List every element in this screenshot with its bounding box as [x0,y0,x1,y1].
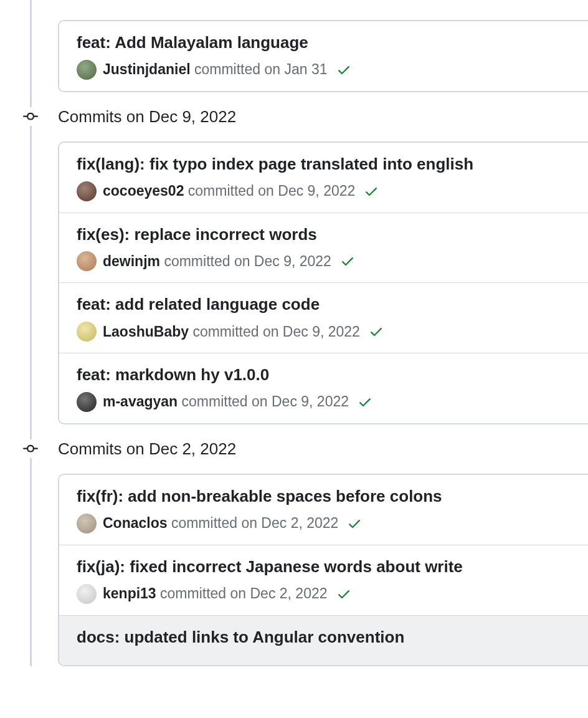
commit-item[interactable]: fix(ja): fixed incorrect Japanese words … [59,545,588,616]
commit-date: committed on Dec 2, 2022 [160,585,327,601]
date-header-text: Commits on Dec 9, 2022 [58,107,236,126]
commit-date-header: Commits on Dec 9, 2022 [30,92,588,141]
commit-meta-text: cocoeyes02 committed on Dec 9, 2022 [103,183,355,199]
commit-meta-text: LaoshuBaby committed on Dec 9, 2022 [103,323,360,340]
commit-author[interactable]: kenpi13 [103,585,156,601]
commit-date-header: Commits on Dec 2, 2022 [30,424,588,474]
commit-title[interactable]: docs: updated links to Angular conventio… [77,627,571,648]
commit-timeline: feat: Add Malayalam languageJustinjdanie… [0,0,588,666]
commit-group: feat: Add Malayalam languageJustinjdanie… [58,20,588,92]
check-icon[interactable] [340,254,355,269]
commit-author[interactable]: cocoeyes02 [103,183,184,199]
commit-date: committed on Jan 31 [194,61,328,77]
commit-item[interactable]: feat: markdown hy v1.0.0m-avagyan commit… [59,353,588,423]
avatar[interactable] [77,322,97,342]
commit-title[interactable]: fix(fr): add non-breakable spaces before… [77,486,571,507]
commit-group: fix(fr): add non-breakable spaces before… [58,474,588,666]
commit-item[interactable]: feat: Add Malayalam languageJustinjdanie… [59,21,588,91]
date-header-text: Commits on Dec 2, 2022 [58,439,236,458]
commit-author[interactable]: Conaclos [103,515,168,531]
commit-item[interactable]: fix(es): replace incorrect wordsdewinjm … [59,213,588,284]
commit-item[interactable]: fix(fr): add non-breakable spaces before… [59,475,588,545]
commit-group: fix(lang): fix typo index page translate… [58,141,588,424]
commit-title[interactable]: fix(es): replace incorrect words [77,224,571,246]
commit-marker-icon [21,107,40,126]
avatar[interactable] [77,60,97,80]
commit-marker-icon [21,439,40,458]
avatar[interactable] [77,392,97,412]
commit-author[interactable]: dewinjm [103,253,160,269]
avatar[interactable] [77,584,97,604]
commit-meta: dewinjm committed on Dec 9, 2022 [77,251,571,271]
commit-title[interactable]: fix(ja): fixed incorrect Japanese words … [77,557,571,578]
commit-author[interactable]: LaoshuBaby [103,323,189,340]
commit-meta: Justinjdaniel committed on Jan 31 [77,60,571,80]
check-icon[interactable] [336,62,351,77]
commit-meta-text: m-avagyan committed on Dec 9, 2022 [103,393,349,410]
commit-author[interactable]: Justinjdaniel [103,61,191,77]
commit-date: committed on Dec 2, 2022 [171,515,338,531]
commit-date: committed on Dec 9, 2022 [192,323,359,340]
commit-item[interactable]: feat: add related language codeLaoshuBab… [59,283,588,353]
timeline-spacer [30,0,588,20]
commit-author[interactable]: m-avagyan [103,393,178,409]
check-icon[interactable] [364,184,379,199]
commit-meta: cocoeyes02 committed on Dec 9, 2022 [77,181,571,201]
commit-item[interactable]: fix(lang): fix typo index page translate… [59,143,588,213]
commit-date: committed on Dec 9, 2022 [188,183,355,199]
check-icon[interactable] [347,516,362,531]
check-icon[interactable] [369,324,384,339]
avatar[interactable] [77,181,97,201]
avatar[interactable] [77,251,97,271]
commit-meta-text: Justinjdaniel committed on Jan 31 [103,61,328,78]
check-icon[interactable] [336,586,351,601]
commit-meta: m-avagyan committed on Dec 9, 2022 [77,392,571,412]
commit-meta: Conaclos committed on Dec 2, 2022 [77,514,571,534]
commit-meta-text: dewinjm committed on Dec 9, 2022 [103,253,331,270]
commit-title[interactable]: feat: Add Malayalam language [77,32,571,54]
commit-item[interactable]: docs: updated links to Angular conventio… [59,616,588,666]
commit-meta: kenpi13 committed on Dec 2, 2022 [77,584,571,604]
commit-title[interactable]: fix(lang): fix typo index page translate… [77,154,571,175]
check-icon[interactable] [358,395,372,409]
commit-meta: LaoshuBaby committed on Dec 9, 2022 [77,322,571,342]
commit-title[interactable]: feat: add related language code [77,294,571,315]
commit-meta-text: kenpi13 committed on Dec 2, 2022 [103,585,328,602]
commit-date: committed on Dec 9, 2022 [182,393,349,409]
commit-date: committed on Dec 9, 2022 [164,253,331,269]
commit-meta-text: Conaclos committed on Dec 2, 2022 [103,515,338,532]
commit-title[interactable]: feat: markdown hy v1.0.0 [77,365,571,386]
avatar[interactable] [77,514,97,534]
